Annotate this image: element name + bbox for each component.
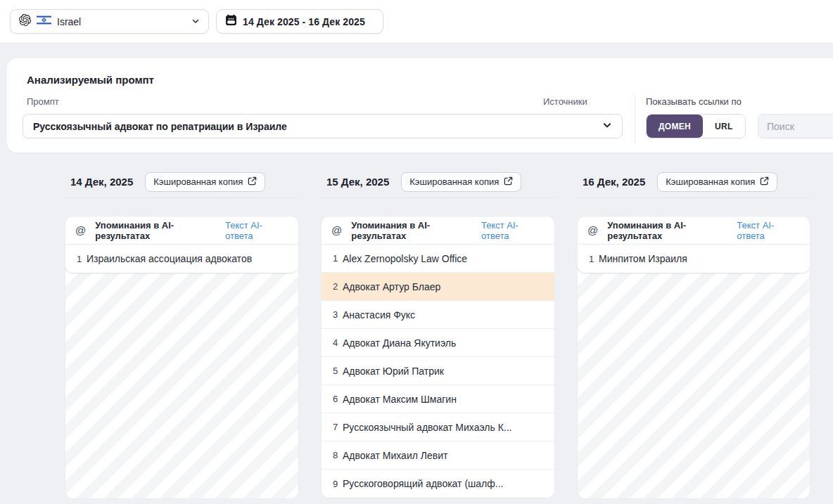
ai-answer-link[interactable]: Текст AI-ответа: [737, 220, 800, 241]
prompt-select[interactable]: Русскоязычный адвокат по репатриации в И…: [23, 114, 623, 138]
mention-row[interactable]: 1 Минпитом Израиля: [578, 245, 810, 273]
mentions-title: Упоминания в AI-результатах: [95, 220, 225, 241]
date-range-label: 14 Дек 2025 - 16 Дек 2025: [243, 16, 365, 27]
day-background: @ Упоминания в AI-результатах Текст AI-о…: [321, 216, 555, 499]
analyzed-prompt-panel: Анализируемый промпт Промпт Источники Ру…: [7, 58, 833, 153]
mention-text: Alex Zernopolsky Law Office: [341, 253, 476, 264]
mention-text: Адвокат Михаил Левит: [341, 450, 456, 461]
ai-answer-link[interactable]: Текст AI-ответа: [225, 220, 288, 241]
mentions-title: Упоминания в AI-результатах: [607, 220, 737, 241]
day-background: @ Упоминания в AI-результатах Текст AI-о…: [65, 216, 299, 499]
panel-title: Анализируемый промпт: [27, 74, 154, 86]
cached-copy-button[interactable]: Кэшированная копия: [401, 172, 521, 192]
external-link-icon: [248, 176, 257, 188]
sources-label: Источники: [543, 96, 587, 107]
mentions-card-header: @ Упоминания в AI-результатах Текст AI-о…: [65, 217, 298, 245]
mention-rank: 6: [322, 394, 341, 404]
day-column-header: 14 Дек, 2025 Кэшированная копия: [65, 172, 299, 192]
cached-copy-label: Кэшированная копия: [153, 176, 243, 187]
toggle-url[interactable]: URL: [703, 115, 745, 138]
mention-rank: 4: [322, 337, 341, 348]
mention-rank: 5: [322, 366, 341, 376]
column-divider: [65, 198, 299, 198]
links-search-input[interactable]: [758, 114, 833, 138]
links-by-toggle: ДОМЕН URL: [646, 114, 746, 138]
ai-answer-link[interactable]: Текст AI-ответа: [481, 220, 545, 241]
mention-rank: 1: [578, 254, 597, 264]
mentions-card: @ Упоминания в AI-результатах Текст AI-о…: [65, 216, 299, 273]
mention-text: Русскоговорящий адвокат (шалф...: [341, 478, 511, 489]
date-range-picker[interactable]: 14 Дек 2025 - 16 Дек 2025: [216, 9, 383, 34]
vertical-divider: [635, 95, 635, 143]
model-region-dropdown[interactable]: Israel: [10, 9, 209, 34]
mention-text: Адвокат Максим Шмагин: [341, 394, 465, 405]
mention-row[interactable]: 3 Анастасия Фукс: [322, 301, 554, 329]
mention-row[interactable]: 8 Адвокат Михаил Левит: [322, 441, 554, 470]
cached-copy-button[interactable]: Кэшированная копия: [145, 172, 265, 192]
region-label: Israel: [57, 16, 81, 27]
mention-text: Адвокат Юрий Патрик: [341, 366, 452, 377]
mention-text: Минпитом Израиля: [597, 253, 696, 264]
mention-row[interactable]: 4 Адвокат Диана Якутиэль: [322, 329, 554, 357]
mention-row[interactable]: 9 Русскоговорящий адвокат (шалф...: [322, 470, 554, 498]
mention-text: Адвокат Артур Блаер: [341, 281, 449, 292]
chevron-down-icon: [191, 15, 200, 28]
at-icon: @: [75, 224, 86, 236]
day-date: 14 Дек, 2025: [70, 176, 133, 188]
day-column-16: 16 Дек, 2025 Кэшированная копия @ Упомин…: [577, 172, 810, 198]
at-icon: @: [331, 224, 342, 236]
day-column-14: 14 Дек, 2025 Кэшированная копия @ Упомин…: [65, 172, 299, 198]
day-background: @ Упоминания в AI-результатах Текст AI-о…: [577, 216, 810, 499]
toggle-domain[interactable]: ДОМЕН: [647, 115, 703, 138]
external-link-icon: [760, 176, 769, 188]
israel-flag-icon: [37, 15, 51, 28]
column-divider: [577, 198, 810, 198]
mention-text: Адвокат Диана Якутиэль: [341, 337, 464, 349]
external-link-icon: [504, 176, 513, 188]
mentions-card-header: @ Упоминания в AI-результатах Текст AI-о…: [578, 217, 810, 245]
mention-row-highlighted[interactable]: 2 Адвокат Артур Блаер: [322, 273, 554, 301]
day-column-15: 15 Дек, 2025 Кэшированная копия @ Упомин…: [321, 172, 555, 198]
cached-copy-label: Кэшированная копия: [666, 176, 755, 187]
mention-row[interactable]: 7 Русскоязычный адвокат Михаэль К...: [322, 413, 554, 441]
mentions-title: Упоминания в AI-результатах: [351, 220, 481, 241]
column-divider: [321, 198, 555, 198]
day-column-header: 16 Дек, 2025 Кэшированная копия: [577, 172, 810, 192]
mentions-card: @ Упоминания в AI-результатах Текст AI-о…: [321, 216, 555, 498]
mention-rank: 8: [322, 450, 341, 460]
mentions-card-header: @ Упоминания в AI-результатах Текст AI-о…: [322, 217, 554, 245]
mention-rank: 9: [322, 479, 341, 489]
openai-logo-icon: [19, 14, 31, 29]
day-date: 16 Дек, 2025: [583, 176, 645, 188]
cached-copy-button[interactable]: Кэшированная копия: [657, 172, 777, 192]
mention-row[interactable]: 1 Alex Zernopolsky Law Office: [322, 245, 554, 273]
day-column-header: 15 Дек, 2025 Кэшированная копия: [321, 172, 555, 192]
mention-text: Анастасия Фукс: [341, 309, 424, 321]
mention-row[interactable]: 1 Израильская ассоциация адвокатов: [65, 245, 298, 273]
at-icon: @: [587, 224, 598, 236]
mention-text: Русскоязычный адвокат Михаэль К...: [341, 422, 520, 433]
mention-text: Израильская ассоциация адвокатов: [85, 253, 260, 264]
links-by-label: Показывать ссылки по: [646, 96, 742, 107]
top-bar: Israel 14 Дек 2025 - 16 Дек 2025: [0, 0, 833, 44]
mention-rank: 1: [65, 254, 85, 264]
mention-rank: 7: [322, 422, 341, 432]
prompt-label: Промпт: [27, 96, 59, 107]
mention-row[interactable]: 6 Адвокат Максим Шмагин: [322, 385, 554, 413]
mention-rank: 3: [322, 309, 341, 320]
mentions-card: @ Упоминания в AI-результатах Текст AI-о…: [577, 216, 810, 273]
mention-rank: 1: [322, 253, 341, 264]
calendar-icon: [225, 14, 237, 29]
mention-rank: 2: [322, 281, 341, 292]
prompt-select-value: Русскоязычный адвокат по репатриации в И…: [33, 121, 287, 132]
cached-copy-label: Кэшированная копия: [409, 176, 499, 187]
chevron-down-icon: [602, 120, 612, 133]
day-date: 15 Дек, 2025: [326, 176, 389, 188]
mention-row[interactable]: 5 Адвокат Юрий Патрик: [322, 357, 554, 385]
